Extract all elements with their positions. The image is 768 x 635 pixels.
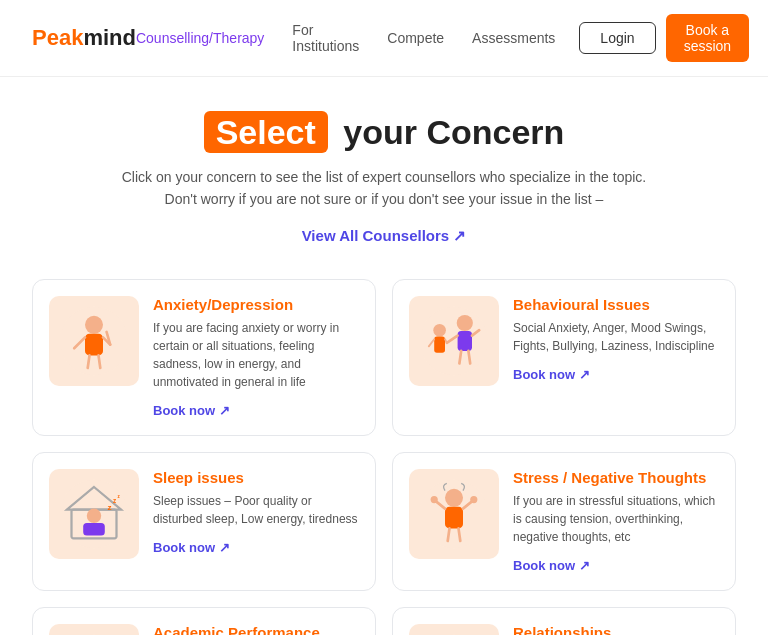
svg-point-15	[433, 324, 446, 337]
card-academic-title: Academic Performance	[153, 624, 359, 635]
book-session-button[interactable]: Book a session	[666, 14, 749, 62]
card-anxiety-title: Anxiety/Depression	[153, 296, 359, 313]
svg-line-5	[88, 355, 90, 368]
concern-cards-grid: Anxiety/Depression If you are facing anx…	[0, 255, 768, 635]
card-stress-book-link[interactable]: Book now	[513, 558, 590, 573]
hero-line1: Click on your concern to see the list of…	[32, 166, 736, 188]
card-behavioural-title: Behavioural Issues	[513, 296, 719, 313]
card-sleep-desc: Sleep issues – Poor quality or disturbed…	[153, 492, 359, 528]
svg-point-1	[85, 316, 103, 334]
card-sleep-title: Sleep issues	[153, 469, 359, 486]
card-sleep-book-link[interactable]: Book now	[153, 540, 230, 555]
title-highlight: Select	[204, 111, 328, 153]
card-behavioural-content: Behavioural Issues Social Anxiety, Anger…	[513, 296, 719, 383]
nav-institutions[interactable]: For Institutions	[292, 22, 359, 54]
svg-point-28	[445, 489, 463, 507]
svg-rect-23	[83, 523, 105, 536]
card-behavioural-desc: Social Anxiety, Anger, Mood Swings, Figh…	[513, 319, 719, 355]
card-anxiety-desc: If you are facing anxiety or worry in ce…	[153, 319, 359, 391]
svg-line-34	[448, 528, 450, 541]
login-button[interactable]: Login	[579, 22, 655, 54]
page-title: Select your Concern	[32, 113, 736, 152]
logo-text: mind	[83, 25, 136, 50]
card-behavioural: Behavioural Issues Social Anxiety, Anger…	[392, 279, 736, 436]
logo: Peakmind	[32, 25, 136, 51]
nav-compete[interactable]: Compete	[387, 30, 444, 46]
card-anxiety-content: Anxiety/Depression If you are facing anx…	[153, 296, 359, 419]
navigation: Peakmind Counselling/Therapy For Institu…	[0, 0, 768, 77]
card-behavioural-book-link[interactable]: Book now	[513, 367, 590, 382]
svg-line-35	[459, 528, 461, 541]
svg-point-9	[457, 315, 473, 331]
card-anxiety-book-link[interactable]: Book now	[153, 403, 230, 418]
svg-point-31	[431, 496, 438, 503]
svg-point-8	[420, 307, 488, 375]
card-stress-content: Stress / Negative Thoughts If you are in…	[513, 469, 719, 574]
svg-line-13	[459, 351, 461, 364]
nav-assessments[interactable]: Assessments	[472, 30, 555, 46]
card-stress: Stress / Negative Thoughts If you are in…	[392, 452, 736, 591]
nav-links: Counselling/Therapy For Institutions Com…	[136, 22, 555, 54]
card-academic-image	[49, 624, 139, 635]
svg-rect-29	[445, 507, 463, 529]
svg-point-33	[470, 496, 477, 503]
card-academic: Academic Performance Motivation, focus, …	[32, 607, 376, 635]
card-sleep-content: Sleep issues Sleep issues – Poor quality…	[153, 469, 359, 556]
view-all-counsellors-link[interactable]: View All Counsellors	[302, 227, 467, 245]
card-relationships-content: Relationships If you want to discuss som…	[513, 624, 719, 635]
svg-point-22	[87, 508, 101, 522]
card-stress-title: Stress / Negative Thoughts	[513, 469, 719, 486]
svg-rect-10	[458, 331, 472, 351]
svg-line-14	[468, 351, 470, 364]
title-rest: your Concern	[334, 113, 564, 151]
svg-text:z: z	[113, 497, 116, 504]
card-relationships-image	[409, 624, 499, 635]
nav-counselling[interactable]: Counselling/Therapy	[136, 30, 264, 46]
card-sleep: z z z Sleep issues Sleep issues – Poor q…	[32, 452, 376, 591]
card-sleep-image: z z z	[49, 469, 139, 559]
card-anxiety-image	[49, 296, 139, 386]
hero-section: Select your Concern Click on your concer…	[0, 77, 768, 255]
svg-line-6	[99, 355, 101, 368]
svg-rect-2	[85, 334, 103, 356]
card-anxiety: Anxiety/Depression If you are facing anx…	[32, 279, 376, 436]
card-relationships-title: Relationships	[513, 624, 719, 635]
svg-rect-16	[434, 336, 445, 352]
card-stress-desc: If you are in stressful situations, whic…	[513, 492, 719, 546]
hero-line2: Don't worry if you are not sure or if yo…	[32, 188, 736, 210]
card-relationships: Relationships If you want to discuss som…	[392, 607, 736, 635]
card-behavioural-image	[409, 296, 499, 386]
svg-text:z: z	[108, 503, 112, 512]
card-stress-image	[409, 469, 499, 559]
card-academic-content: Academic Performance Motivation, focus, …	[153, 624, 359, 635]
